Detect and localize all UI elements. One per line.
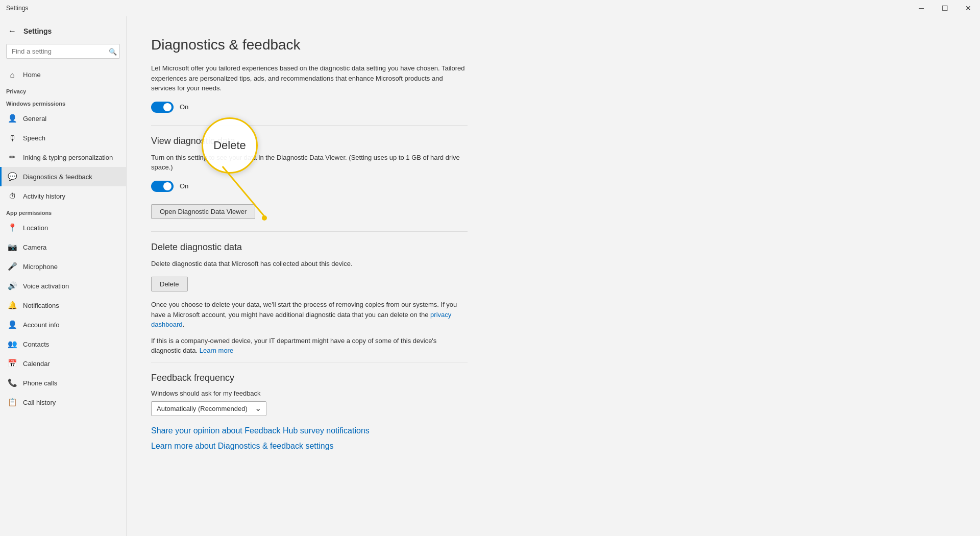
sidebar-item-inking[interactable]: ✏ Inking & typing personalization (0, 148, 126, 167)
app-permissions-label: App permissions (0, 206, 126, 218)
sidebar-item-calendar[interactable]: 📅 Calendar (0, 354, 126, 373)
sidebar-item-home-label: Home (23, 71, 41, 79)
activity-icon: ⏱ (8, 191, 17, 201)
view-toggle[interactable] (151, 181, 174, 192)
divider-3 (151, 362, 468, 362)
voice-icon: 🔊 (8, 281, 17, 290)
sidebar-item-phone[interactable]: 📞 Phone calls (0, 373, 126, 393)
sidebar-item-general-label: General (23, 115, 46, 123)
main-content: Diagnostics & feedback Let Microsoft off… (127, 16, 980, 536)
windows-permissions-label: Windows permissions (0, 96, 126, 109)
search-icon: 🔍 (109, 47, 117, 55)
app-layout: ← Settings 🔍 ⌂ Home Privacy Windows perm… (0, 16, 980, 536)
microphone-icon: 🎤 (8, 262, 17, 271)
callhistory-icon: 📋 (8, 398, 17, 407)
sidebar-item-diagnostics-label: Diagnostics & feedback (23, 173, 92, 181)
app-title: Settings (23, 27, 52, 35)
search-box: 🔍 (6, 44, 120, 59)
sidebar-item-activity[interactable]: ⏱ Activity history (0, 186, 126, 206)
titlebar: Settings ─ ☐ ✕ (0, 0, 980, 16)
sidebar-item-inking-label: Inking & typing personalization (23, 154, 113, 161)
sidebar-item-diagnostics[interactable]: 💬 Diagnostics & feedback (0, 167, 126, 186)
feedback-label: Windows should ask for my feedback (151, 389, 955, 397)
feedback-section: Feedback frequency Windows should ask fo… (151, 373, 955, 426)
sidebar-item-activity-label: Activity history (23, 192, 65, 200)
tailored-toggle-label: On (180, 103, 188, 111)
view-toggle-row: On (151, 181, 955, 192)
back-button[interactable]: ← (6, 25, 18, 38)
sidebar-item-general[interactable]: 👤 General (0, 109, 126, 128)
sidebar-item-location[interactable]: 📍 Location (0, 218, 126, 237)
sidebar-item-camera-label: Camera (23, 243, 46, 251)
tailored-toggle-row: On (151, 102, 955, 113)
camera-icon: 📷 (8, 242, 17, 252)
titlebar-controls: ─ ☐ ✕ (910, 0, 980, 16)
sidebar-item-voice[interactable]: 🔊 Voice activation (0, 276, 126, 296)
diagnostics-icon: 💬 (8, 172, 17, 181)
delete-section-title: Delete diagnostic data (151, 242, 955, 253)
sidebar-item-contacts-label: Contacts (23, 340, 49, 348)
search-input[interactable] (6, 44, 120, 59)
sidebar-item-location-label: Location (23, 224, 48, 232)
privacy-section-label: Privacy (0, 84, 126, 96)
view-description: Turn on this setting to see your data in… (151, 153, 468, 173)
account-icon: 👤 (8, 320, 17, 329)
sidebar-item-contacts[interactable]: 👥 Contacts (0, 334, 126, 354)
inking-icon: ✏ (8, 153, 17, 162)
sidebar-item-notifications[interactable]: 🔔 Notifications (0, 296, 126, 315)
sidebar: ← Settings 🔍 ⌂ Home Privacy Windows perm… (0, 16, 127, 536)
view-section-title: View diagnostic data (151, 136, 955, 147)
delete-info-prefix: Once you choose to delete your data, we'… (151, 301, 457, 319)
sidebar-item-calendar-label: Calendar (23, 360, 50, 368)
sidebar-item-phone-label: Phone calls (23, 379, 57, 387)
sidebar-item-home[interactable]: ⌂ Home (0, 65, 126, 84)
view-toggle-label: On (180, 182, 188, 190)
feedback-section-title: Feedback frequency (151, 373, 955, 383)
notifications-icon: 🔔 (8, 301, 17, 310)
delete-description: Delete diagnostic data that Microsoft ha… (151, 259, 468, 269)
sidebar-item-callhistory[interactable]: 📋 Call history (0, 393, 126, 412)
home-icon: ⌂ (8, 70, 17, 79)
sidebar-item-speech[interactable]: 🎙 Speech (0, 128, 126, 148)
sidebar-item-camera[interactable]: 📷 Camera (0, 237, 126, 257)
sidebar-item-callhistory-label: Call history (23, 399, 56, 406)
sidebar-item-microphone-label: Microphone (23, 263, 58, 271)
sidebar-item-microphone[interactable]: 🎤 Microphone (0, 257, 126, 276)
phone-icon: 📞 (8, 378, 17, 387)
tailored-description: Let Microsoft offer you tailored experie… (151, 63, 468, 93)
feedback-frequency-select[interactable]: Automatically (Recommended) Always Once … (151, 401, 266, 416)
sidebar-item-account-label: Account info (23, 321, 60, 329)
company-info-text: If this is a company-owned device, your … (151, 336, 468, 356)
location-icon: 📍 (8, 223, 17, 232)
divider-2 (151, 231, 468, 232)
restore-button[interactable]: ☐ (933, 0, 957, 16)
divider-1 (151, 125, 468, 126)
tailored-toggle[interactable] (151, 102, 174, 113)
calendar-icon: 📅 (8, 359, 17, 368)
open-viewer-button[interactable]: Open Diagnostic Data Viewer (151, 204, 255, 219)
minimize-button[interactable]: ─ (910, 0, 933, 16)
sidebar-header: ← Settings (0, 16, 126, 42)
learn-diag-link[interactable]: Learn more about Diagnostics & feedback … (151, 442, 334, 450)
sidebar-item-speech-label: Speech (23, 134, 45, 142)
general-icon: 👤 (8, 114, 17, 123)
page-title: Diagnostics & feedback (151, 37, 955, 53)
sidebar-item-account[interactable]: 👤 Account info (0, 315, 126, 334)
titlebar-title: Settings (6, 5, 28, 12)
contacts-icon: 👥 (8, 339, 17, 349)
feedback-frequency-select-wrap: Automatically (Recommended) Always Once … (151, 401, 266, 416)
learn-more-link[interactable]: Learn more (200, 347, 233, 354)
sidebar-item-voice-label: Voice activation (23, 282, 69, 290)
speech-icon: 🎙 (8, 133, 17, 142)
close-button[interactable]: ✕ (957, 0, 980, 16)
survey-link[interactable]: Share your opinion about Feedback Hub su… (151, 426, 370, 435)
company-info-prefix: If this is a company-owned device, your … (151, 337, 436, 355)
sidebar-item-notifications-label: Notifications (23, 302, 59, 309)
delete-button[interactable]: Delete (151, 277, 188, 291)
delete-info-text: Once you choose to delete your data, we'… (151, 300, 468, 330)
